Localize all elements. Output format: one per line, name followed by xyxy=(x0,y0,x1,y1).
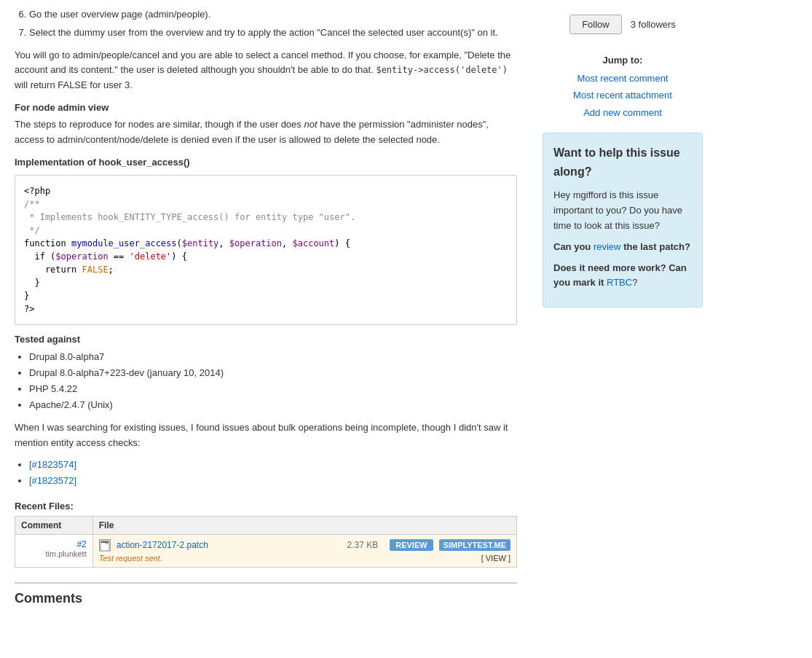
file-size: 2.37 KB xyxy=(347,540,379,550)
help-paragraph-3: Does it need more work? Can you mark it … xyxy=(553,261,692,291)
file-name-link[interactable]: action-2172017-2.patch xyxy=(117,540,208,550)
jump-most-recent-attachment-link[interactable]: Most recent attachment xyxy=(543,87,703,103)
entity-access-code: $entity->access('delete') xyxy=(376,65,508,75)
comment-cell: #2 tim.plunkett xyxy=(15,534,93,567)
comments-heading: Comments xyxy=(15,584,517,611)
list-item: [#1823572] xyxy=(29,473,517,489)
followers-count: 3 followers xyxy=(631,19,676,30)
follow-section: Follow 3 followers xyxy=(543,15,703,43)
col-file: File xyxy=(92,516,516,534)
code-line-6: if ($operation == 'delete') { xyxy=(24,250,508,263)
help-box-text: Hey mgifford is this issue important to … xyxy=(553,188,692,291)
help-paragraph-1: Hey mgifford is this issue important to … xyxy=(553,188,692,233)
issue-link-1[interactable]: [#1823574] xyxy=(29,459,76,470)
recent-files-heading: Recent Files: xyxy=(15,501,517,512)
list-item: Apache/2.4.7 (Unix) xyxy=(29,397,517,413)
rtbc-link[interactable]: RTBC xyxy=(607,277,632,288)
file-name-row: action-2172017-2.patch 2.37 KB REVIEW SI… xyxy=(99,539,511,551)
code-line-5: function mymodule_user_access($entity, $… xyxy=(24,237,508,250)
list-item: Drupal 8.0-alpha7 xyxy=(29,349,517,365)
list-item: Go the user overview page (admin/people)… xyxy=(29,7,517,23)
node-admin-heading: For node admin view xyxy=(15,102,517,113)
help-paragraph-2: Can you review the last patch? xyxy=(553,240,692,255)
jump-most-recent-comment-link[interactable]: Most recent comment xyxy=(543,70,703,87)
list-item: PHP 5.4.22 xyxy=(29,381,517,397)
jump-add-comment-link[interactable]: Add new comment xyxy=(543,104,703,121)
searching-paragraph: When I was searching for existing issues… xyxy=(15,420,517,451)
code-line-9: } xyxy=(24,289,508,302)
files-table: Comment File #2 tim.plunkett xyxy=(15,516,517,568)
code-block: <?php /** * Implements hook_ENTITY_TYPE_… xyxy=(15,175,517,325)
file-icon xyxy=(99,539,111,551)
table-header-row: Comment File xyxy=(15,516,517,534)
file-cell: action-2172017-2.patch 2.37 KB REVIEW SI… xyxy=(92,534,516,567)
comment-link[interactable]: #2 xyxy=(76,539,86,549)
review-button[interactable]: REVIEW xyxy=(390,539,433,551)
paragraph-cancel: You will go to admin/people/cancel and y… xyxy=(15,48,517,93)
comment-user: tim.plunkett xyxy=(21,549,87,558)
list-item: [#1823574] xyxy=(29,457,517,473)
code-line-8: } xyxy=(24,276,508,289)
issue-link-2[interactable]: [#1823572] xyxy=(29,475,76,486)
col-comment: Comment xyxy=(15,516,93,534)
tested-list: Drupal 8.0-alpha7 Drupal 8.0-alpha7+223-… xyxy=(15,349,517,413)
sidebar: Follow 3 followers Jump to: Most recent … xyxy=(532,7,714,625)
list-item: Select the dummy user from the overview … xyxy=(29,26,517,41)
code-line-2: /** xyxy=(24,197,508,211)
svg-rect-0 xyxy=(100,541,109,551)
code-line-4: */ xyxy=(24,224,508,237)
code-line-10: ?> xyxy=(24,302,508,316)
main-content: Go the user overview page (admin/people)… xyxy=(0,7,532,625)
code-line-3: * Implements hook_ENTITY_TYPE_access() f… xyxy=(24,211,508,224)
review-link[interactable]: review xyxy=(594,241,621,252)
test-request-row: Test request sent. [ VIEW ] xyxy=(99,554,511,563)
tested-against-heading: Tested against xyxy=(15,334,517,345)
test-sent-text: Test request sent. xyxy=(99,554,162,563)
issue-links-list: [#1823574] [#1823572] xyxy=(15,457,517,489)
comments-section: Comments xyxy=(15,582,517,611)
node-admin-paragraph: The steps to reproduce for nodes are sim… xyxy=(15,117,517,148)
follow-button[interactable]: Follow xyxy=(569,15,622,34)
simplytest-button[interactable]: SIMPLYTEST.ME xyxy=(439,539,511,551)
table-row: #2 tim.plunkett xyxy=(15,534,517,567)
recent-files-section: Recent Files: Comment File #2 tim.pl xyxy=(15,501,517,568)
view-link[interactable]: [ VIEW ] xyxy=(481,554,511,563)
list-item: Drupal 8.0-alpha7+223-dev (january 10, 2… xyxy=(29,365,517,381)
help-box: Want to help this issue along? Hey mgiff… xyxy=(543,133,703,308)
code-line-1: <?php xyxy=(24,184,508,197)
help-box-title: Want to help this issue along? xyxy=(553,144,692,181)
jump-to-section: Jump to: Most recent comment Most recent… xyxy=(543,55,703,121)
not-emphasis: not xyxy=(304,119,317,130)
steps-list: Go the user overview page (admin/people)… xyxy=(15,7,517,41)
jump-to-heading: Jump to: xyxy=(543,55,703,66)
implementation-heading: Implementation of hook_user_access() xyxy=(15,157,517,168)
comment-number: #2 xyxy=(21,539,87,549)
code-line-7: return FALSE; xyxy=(24,263,508,276)
